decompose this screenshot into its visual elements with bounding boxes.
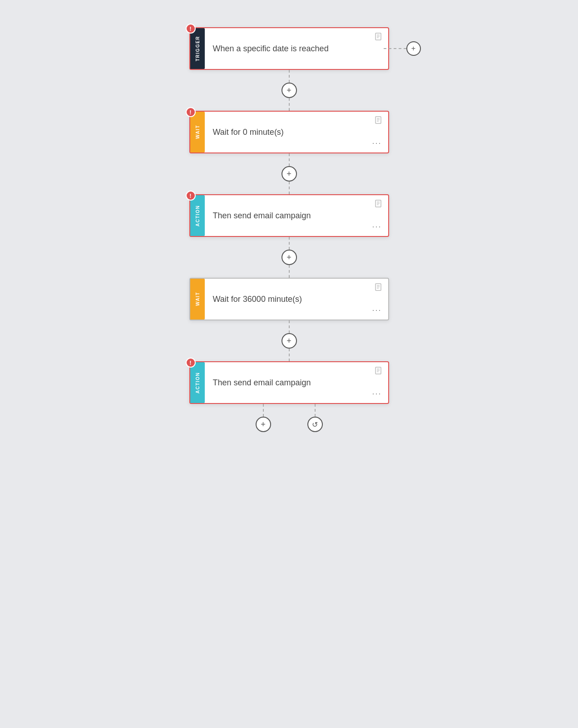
error-badge-wait1: ! <box>186 107 196 117</box>
bottom-left-line <box>263 404 264 417</box>
add-button-3[interactable]: + <box>282 250 297 265</box>
wait-2-title: Wait for 36000 minute(s) <box>213 295 379 304</box>
connector-line-3 <box>289 237 290 250</box>
bottom-refresh-button[interactable]: ↺ <box>307 417 323 432</box>
connector-line-3b <box>289 265 290 278</box>
wait1-note-icon[interactable] <box>375 116 383 126</box>
bottom-right-line <box>315 404 316 417</box>
connector-line-1 <box>289 70 290 83</box>
action1-note-icon[interactable] <box>375 200 383 210</box>
side-connector-trigger: + <box>384 41 421 56</box>
trigger-title: When a specific date is reached <box>213 44 379 54</box>
bottom-right-connector: ↺ <box>307 404 323 432</box>
trigger-card: ! TRIGGER When a specific date is reache… <box>189 27 389 70</box>
bottom-left-connector: + <box>256 404 271 432</box>
wait-card-1: ! WAIT Wait for 0 minute(s) ··· <box>189 111 389 153</box>
wait-card-2: WAIT Wait for 36000 minute(s) ··· <box>189 278 389 320</box>
action-2-title: Then send email campaign <box>213 378 379 388</box>
action1-dots[interactable]: ··· <box>372 222 381 231</box>
trigger-card-body: When a specific date is reached <box>205 28 388 69</box>
side-line <box>384 48 406 49</box>
wait2-dots[interactable]: ··· <box>372 305 381 315</box>
action-card-1-body: Then send email campaign ··· <box>205 195 388 236</box>
action-card-2-body: Then send email campaign ··· <box>205 362 388 403</box>
add-button-2[interactable]: + <box>282 166 297 182</box>
connector-4: + <box>282 320 297 361</box>
action-sidebar-2: ACTION <box>190 362 205 403</box>
wait2-note-icon[interactable] <box>375 283 383 293</box>
flow-canvas: ! TRIGGER When a specific date is reache… <box>176 27 403 432</box>
action2-note-icon[interactable] <box>375 367 383 377</box>
connector-line-2 <box>289 153 290 166</box>
trigger-note-icon[interactable] <box>375 33 383 43</box>
error-badge-action1: ! <box>186 191 196 201</box>
trigger-sidebar: TRIGGER <box>190 28 205 69</box>
add-button-1[interactable]: + <box>282 83 297 98</box>
action-card-2: ! ACTION Then send email campaign ··· <box>189 361 389 404</box>
connector-3: + <box>282 237 297 278</box>
connector-line-2b <box>289 182 290 194</box>
wait1-dots[interactable]: ··· <box>372 138 381 148</box>
wait-card-2-body: Wait for 36000 minute(s) ··· <box>205 279 388 320</box>
connector-line-4b <box>289 349 290 361</box>
error-badge-action2: ! <box>186 358 196 368</box>
connector-2: + <box>282 153 297 194</box>
error-badge-trigger: ! <box>186 24 196 34</box>
wait-1-title: Wait for 0 minute(s) <box>213 128 379 137</box>
action2-dots[interactable]: ··· <box>372 389 381 398</box>
wait-sidebar-2: WAIT <box>190 279 205 320</box>
connector-line-1b <box>289 98 290 111</box>
add-button-4[interactable]: + <box>282 333 297 349</box>
bottom-connectors: + ↺ <box>189 404 389 432</box>
wait-sidebar-1: WAIT <box>190 112 205 152</box>
action-sidebar-1: ACTION <box>190 195 205 236</box>
bottom-add-button[interactable]: + <box>256 417 271 432</box>
wait-card-1-body: Wait for 0 minute(s) ··· <box>205 112 388 152</box>
action-1-title: Then send email campaign <box>213 211 379 221</box>
action-card-1: ! ACTION Then send email campaign ··· <box>189 194 389 237</box>
connector-line-4 <box>289 320 290 333</box>
connector-1: + <box>282 70 297 111</box>
side-add-button[interactable]: + <box>406 41 421 56</box>
